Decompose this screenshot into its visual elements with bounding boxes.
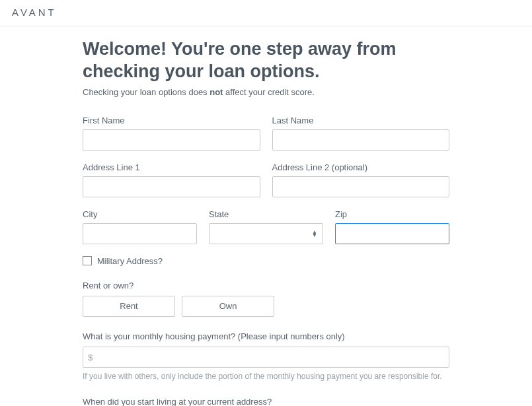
page-subtext: Checking your loan options does not affe… <box>83 87 449 97</box>
page-title: Welcome! You're one step away from check… <box>83 38 449 83</box>
header: AVANT <box>0 0 532 26</box>
state-select[interactable] <box>209 224 323 244</box>
first-name-label: First Name <box>83 116 260 125</box>
state-select-wrap: ▲▼ <box>209 223 323 244</box>
address2-label: Address Line 2 (optional) <box>272 162 450 172</box>
military-checkbox[interactable] <box>83 256 92 265</box>
brand-logo: AVANT <box>12 7 520 18</box>
zip-label: Zip <box>335 209 449 219</box>
rent-own-label: Rent or own? <box>83 281 449 290</box>
address1-label: Address Line 1 <box>83 162 260 172</box>
last-name-label: Last Name <box>272 116 450 125</box>
subtext-post: affect your credit score. <box>223 87 315 97</box>
city-input[interactable] <box>83 223 197 244</box>
zip-input[interactable] <box>335 223 449 244</box>
housing-payment-input[interactable] <box>83 347 449 368</box>
military-label: Military Address? <box>97 256 163 266</box>
state-label: State <box>209 209 323 219</box>
own-button[interactable]: Own <box>182 296 274 317</box>
address2-input[interactable] <box>272 176 450 197</box>
subtext-bold: not <box>209 87 223 97</box>
first-name-input[interactable] <box>83 129 260 151</box>
housing-payment-label: What is your monthly housing payment? (P… <box>83 331 449 341</box>
housing-payment-helper: If you live with others, only include th… <box>83 372 449 381</box>
move-in-label: When did you start living at your curren… <box>83 397 449 407</box>
subtext-pre: Checking your loan options does <box>83 87 209 97</box>
last-name-input[interactable] <box>272 129 450 151</box>
address1-input[interactable] <box>83 176 260 197</box>
rent-button[interactable]: Rent <box>83 296 175 317</box>
city-label: City <box>83 209 197 219</box>
form-container: Welcome! You're one step away from check… <box>83 38 449 406</box>
